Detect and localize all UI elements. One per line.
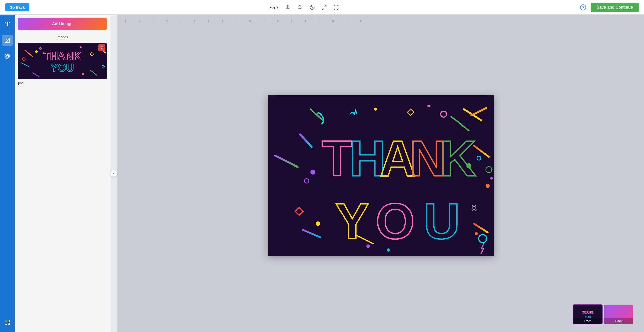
front-tab-label: Front bbox=[573, 318, 602, 324]
color-tool-button[interactable] bbox=[2, 51, 13, 62]
svg-text:A: A bbox=[380, 130, 415, 186]
ruler-mark-2: 2 bbox=[153, 20, 181, 23]
svg-text:U: U bbox=[424, 193, 459, 249]
ruler-mark-3: 3 bbox=[181, 20, 208, 23]
image-thumbnail: THANK YOU bbox=[18, 43, 107, 79]
back-tab-label: Back bbox=[604, 318, 633, 324]
left-toolbar bbox=[0, 15, 15, 332]
svg-rect-20 bbox=[8, 320, 10, 322]
ruler-marks: 1 2 3 4 5 6 7 8 9 bbox=[125, 20, 374, 23]
svg-point-16 bbox=[6, 55, 7, 56]
svg-line-7 bbox=[325, 5, 326, 7]
svg-point-17 bbox=[8, 55, 8, 56]
svg-text:O: O bbox=[376, 193, 414, 249]
topbar: Go Back File ▾ Save and Continue bbox=[0, 0, 644, 15]
image-label: png bbox=[18, 80, 24, 86]
panel-collapse-toggle[interactable] bbox=[110, 170, 117, 177]
svg-point-28 bbox=[35, 50, 38, 53]
topbar-right: Save and Continue bbox=[579, 3, 639, 12]
canvas-wrapper: × bbox=[268, 95, 494, 256]
back-page-tab[interactable]: Back bbox=[604, 304, 634, 324]
canvas-area: 1 2 3 4 5 6 7 8 9 bbox=[117, 15, 644, 332]
save-continue-button[interactable]: Save and Continue bbox=[591, 3, 639, 12]
ruler-mark-5: 5 bbox=[236, 20, 264, 23]
fullscreen-button[interactable] bbox=[331, 3, 341, 12]
ruler-mark-8: 8 bbox=[319, 20, 347, 23]
svg-point-41 bbox=[374, 108, 377, 111]
svg-point-14 bbox=[6, 39, 7, 40]
go-back-button[interactable]: Go Back bbox=[5, 3, 29, 11]
svg-line-1 bbox=[289, 8, 290, 9]
svg-point-56 bbox=[316, 221, 320, 226]
front-page-tab[interactable]: THANK YOU Front bbox=[573, 304, 603, 324]
svg-point-64 bbox=[475, 232, 478, 235]
main-area: Add Image Images bbox=[0, 15, 644, 332]
svg-point-36 bbox=[82, 73, 84, 75]
svg-text:T: T bbox=[322, 130, 352, 186]
svg-text:YOU: YOU bbox=[51, 62, 74, 74]
ruler-mark-9: 9 bbox=[347, 20, 374, 23]
dark-mode-button[interactable] bbox=[307, 3, 317, 12]
svg-line-5 bbox=[301, 8, 302, 9]
svg-point-32 bbox=[80, 46, 82, 48]
svg-rect-21 bbox=[5, 323, 7, 325]
topbar-left: Go Back bbox=[5, 3, 29, 11]
ruler-mark-4: 4 bbox=[208, 20, 236, 23]
delete-image-button[interactable] bbox=[98, 44, 105, 51]
svg-text:YOU: YOU bbox=[584, 315, 591, 319]
svg-point-18 bbox=[8, 56, 9, 57]
ruler-mark-6: 6 bbox=[264, 20, 291, 23]
thumbnail-svg: THANK YOU bbox=[18, 43, 107, 79]
svg-text:THANK: THANK bbox=[44, 50, 81, 62]
file-menu-button[interactable]: File ▾ bbox=[267, 4, 281, 11]
svg-rect-22 bbox=[8, 323, 10, 325]
topbar-center: File ▾ bbox=[267, 3, 341, 12]
zoom-in-button[interactable] bbox=[283, 3, 293, 12]
svg-text:H: H bbox=[349, 130, 384, 186]
add-image-button[interactable]: Add Image bbox=[18, 18, 107, 30]
zoom-out-button[interactable] bbox=[295, 3, 305, 12]
ruler-top: 1 2 3 4 5 6 7 8 9 bbox=[117, 15, 644, 23]
svg-point-53 bbox=[310, 170, 315, 175]
page-tabs: THANK YOU Front Back bbox=[573, 304, 634, 324]
main-card[interactable]: × bbox=[268, 95, 494, 256]
svg-text:THANK: THANK bbox=[582, 311, 593, 314]
svg-text:N: N bbox=[410, 130, 445, 186]
svg-text:×: × bbox=[471, 203, 477, 213]
fit-screen-button[interactable] bbox=[319, 3, 329, 12]
ruler-mark-7: 7 bbox=[291, 20, 319, 23]
svg-point-65 bbox=[486, 184, 490, 188]
image-grid: THANK YOU png bbox=[15, 41, 110, 89]
text-tool-button[interactable] bbox=[2, 19, 13, 30]
image-tool-button[interactable] bbox=[2, 35, 13, 46]
svg-line-8 bbox=[322, 8, 324, 9]
help-button[interactable] bbox=[579, 3, 588, 12]
layers-tool-button[interactable] bbox=[2, 317, 13, 328]
svg-point-15 bbox=[6, 56, 6, 57]
svg-point-66 bbox=[490, 177, 493, 180]
svg-rect-19 bbox=[5, 320, 7, 322]
list-item[interactable]: THANK YOU png bbox=[18, 43, 107, 87]
image-panel: Add Image Images bbox=[15, 15, 110, 332]
svg-text:Y: Y bbox=[335, 193, 368, 249]
card-svg: × bbox=[268, 95, 494, 256]
images-section-title: Images bbox=[15, 33, 110, 41]
svg-point-46 bbox=[427, 105, 430, 107]
ruler-mark-1: 1 bbox=[125, 20, 153, 23]
svg-text:K: K bbox=[440, 130, 476, 186]
